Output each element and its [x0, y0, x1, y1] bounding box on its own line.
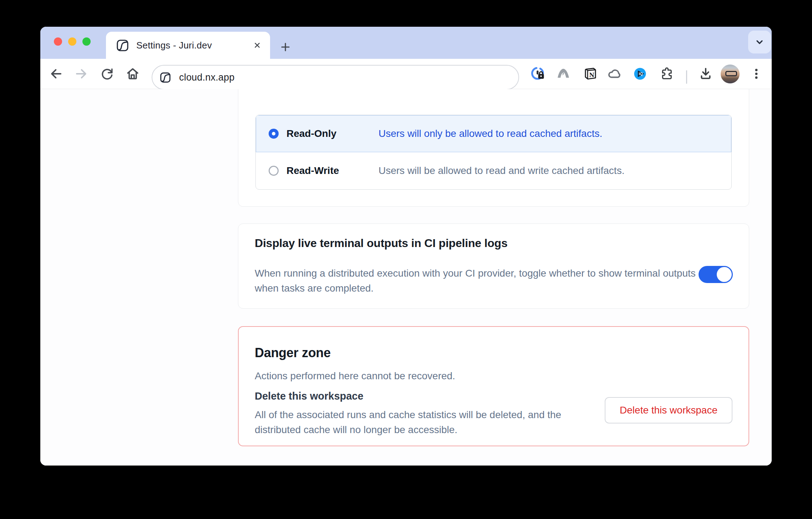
browser-window: Settings - Juri.dev — [40, 27, 772, 466]
tab-close-icon[interactable] — [251, 39, 264, 52]
svg-text:IQ: IQ — [639, 72, 643, 76]
access-level-card: Read-Only Users will only be allowed to … — [238, 89, 749, 207]
back-button[interactable] — [47, 65, 65, 82]
tab-title: Settings - Juri.dev — [136, 40, 251, 51]
traffic-lights — [54, 37, 91, 46]
terminal-output-card: Display live terminal outputs in CI pipe… — [238, 223, 749, 309]
danger-zone-card: Danger zone Actions performed here canno… — [238, 326, 749, 446]
tab-settings[interactable]: Settings - Juri.dev — [106, 32, 270, 59]
browser-menu-button[interactable] — [748, 65, 765, 82]
toolbar-divider — [686, 70, 687, 84]
access-description: Users will only be allowed to read cache… — [379, 128, 602, 139]
radio-selected-icon[interactable] — [269, 129, 279, 139]
iq-player-extension-icon[interactable]: IQ — [631, 65, 649, 82]
terminal-card-title: Display live terminal outputs in CI pipe… — [255, 237, 508, 250]
radio-unselected-icon[interactable] — [269, 166, 279, 176]
access-row-read-write[interactable]: Read-Write Users will be allowed to read… — [256, 152, 731, 189]
terminal-output-toggle[interactable] — [699, 266, 733, 283]
access-label: Read-Write — [286, 165, 339, 176]
tab-search-chevron-button[interactable] — [748, 31, 771, 53]
browser-toolbar: cloud.nx.app N — [40, 59, 772, 89]
nx-cloud-site-icon — [160, 72, 171, 83]
address-bar[interactable]: cloud.nx.app — [152, 65, 519, 90]
access-row-read-only[interactable]: Read-Only Users will only be allowed to … — [256, 115, 731, 152]
downloads-button[interactable] — [697, 65, 714, 82]
terminal-card-description: When running a distributed execution wit… — [255, 266, 697, 296]
page-content: token? Learn more. Read-Only Users will … — [40, 89, 772, 466]
svg-text:N: N — [589, 72, 594, 78]
delete-workspace-button[interactable]: Delete this workspace — [605, 397, 732, 423]
close-window-button[interactable] — [54, 37, 62, 46]
url-text: cloud.nx.app — [179, 72, 235, 83]
home-button[interactable] — [124, 65, 141, 82]
tab-strip: Settings - Juri.dev — [40, 27, 772, 59]
desktop-background: Settings - Juri.dev — [0, 0, 812, 519]
zoom-window-button[interactable] — [82, 37, 91, 46]
reload-button[interactable] — [98, 65, 116, 82]
chevron-down-icon — [753, 36, 766, 48]
access-label: Read-Only — [286, 128, 336, 139]
delete-workspace-title: Delete this workspace — [255, 390, 364, 402]
danger-zone-subtitle: Actions performed here cannot be recover… — [255, 370, 455, 382]
access-description: Users will be allowed to read and write … — [379, 165, 624, 176]
access-level-table: Read-Only Users will only be allowed to … — [255, 115, 732, 190]
danger-zone-title: Danger zone — [255, 345, 331, 360]
profile-avatar[interactable] — [721, 65, 740, 83]
new-tab-button[interactable] — [278, 40, 293, 55]
extensions-puzzle-icon[interactable] — [658, 65, 675, 82]
forward-button[interactable] — [73, 65, 90, 82]
nx-cloud-favicon-icon — [117, 40, 128, 51]
delete-workspace-description: All of the associated runs and cache sta… — [255, 407, 576, 437]
notion-extension-icon[interactable]: N — [582, 65, 599, 82]
toggle-knob — [717, 267, 732, 282]
nordvpn-extension-icon[interactable] — [555, 65, 572, 82]
onepassword-extension-icon[interactable] — [529, 65, 547, 82]
minimize-window-button[interactable] — [68, 37, 76, 46]
cloud-sync-extension-icon[interactable] — [606, 65, 623, 82]
